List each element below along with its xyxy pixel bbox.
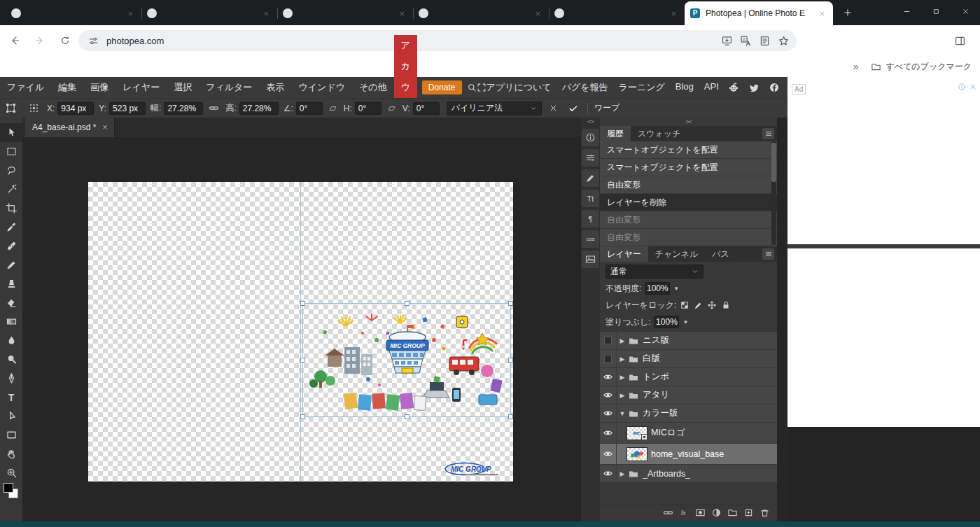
history-scrollbar[interactable] bbox=[771, 141, 776, 245]
side-panel-icon[interactable] bbox=[949, 30, 970, 51]
lock-all-icon[interactable] bbox=[721, 300, 731, 310]
menu-link-2[interactable]: バグを報告 bbox=[562, 81, 608, 94]
browser-tab-1[interactable] bbox=[6, 1, 141, 25]
layer-row-group[interactable]: ▶_Artboards_ bbox=[600, 465, 777, 482]
transform-skew-v-input[interactable]: 0° bbox=[413, 102, 440, 115]
transform-height-input[interactable]: 27.28% bbox=[239, 102, 279, 115]
lock-position-icon[interactable] bbox=[707, 300, 717, 310]
warp-button[interactable]: ワープ bbox=[594, 102, 620, 114]
visibility-checkbox[interactable] bbox=[600, 350, 617, 367]
group-new-layers-icon[interactable] bbox=[727, 507, 738, 518]
tool-brush[interactable] bbox=[0, 255, 22, 274]
delete-layers-icon[interactable] bbox=[760, 507, 770, 518]
ad-close-icon[interactable] bbox=[969, 83, 977, 91]
visibility-eye-icon[interactable] bbox=[600, 405, 617, 422]
menu-item-6[interactable]: フィルター bbox=[199, 77, 259, 98]
site-settings-icon[interactable] bbox=[85, 33, 101, 48]
close-window-button[interactable] bbox=[951, 0, 980, 23]
document-tab[interactable]: A4_base-ai.psd * × bbox=[25, 118, 115, 137]
visibility-eye-icon[interactable] bbox=[600, 368, 617, 386]
visibility-eye-icon[interactable] bbox=[600, 444, 617, 464]
history-menu-icon[interactable] bbox=[762, 128, 774, 139]
menu-link-1[interactable]: アプリについて bbox=[486, 81, 552, 94]
history-item[interactable]: スマートオブジェクトを配置 bbox=[600, 141, 777, 158]
donate-button[interactable]: Donate bbox=[422, 80, 462, 94]
layer-row-group[interactable]: ▶アタリ bbox=[600, 386, 777, 404]
lock-pixels-icon[interactable] bbox=[694, 301, 703, 310]
menu-item-3[interactable]: 画像 bbox=[83, 77, 115, 98]
bookmarks-overflow-chevron[interactable]: » bbox=[853, 61, 859, 72]
panel-icon-glyphs[interactable]: Tt bbox=[582, 190, 599, 207]
tool-zoom[interactable] bbox=[0, 463, 22, 482]
opacity-slider-icon[interactable]: ▼ bbox=[673, 286, 679, 292]
tab-close-icon[interactable] bbox=[816, 8, 827, 19]
panel-icon-paragraph[interactable]: ¶ bbox=[582, 210, 599, 227]
browser-tab-5[interactable] bbox=[549, 1, 685, 25]
transform-handle-w[interactable] bbox=[300, 358, 305, 363]
layer-row-group[interactable]: ▼カラー版 bbox=[600, 405, 777, 422]
transform-handle-sw[interactable] bbox=[300, 414, 305, 419]
transform-x-input[interactable]: 934 px bbox=[57, 102, 94, 115]
foreground-color-swatch[interactable] bbox=[4, 483, 13, 493]
tool-magic-wand[interactable] bbox=[0, 180, 22, 199]
menu-item-9[interactable]: その他 bbox=[352, 77, 394, 98]
panels-divider-handle[interactable]: >< bbox=[600, 118, 777, 126]
tab-close-icon[interactable] bbox=[668, 8, 679, 19]
transform-y-input[interactable]: 523 px bbox=[109, 102, 146, 115]
link-dimensions-icon[interactable] bbox=[206, 103, 220, 113]
menu-item-7[interactable]: 表示 bbox=[259, 77, 291, 98]
commit-transform-icon[interactable] bbox=[566, 101, 581, 116]
history-item[interactable]: 自由変形 bbox=[600, 211, 777, 228]
layer-row-smart[interactable]: MICMICロゴ bbox=[600, 423, 777, 443]
tab-history-1[interactable]: 履歴 bbox=[600, 126, 631, 141]
visibility-eye-icon[interactable] bbox=[600, 465, 617, 482]
mask-layers-icon[interactable] bbox=[695, 507, 706, 518]
menu-link-5[interactable]: API bbox=[704, 81, 719, 94]
expand-arrow-icon[interactable]: ▼ bbox=[617, 410, 628, 417]
blend-mode-select[interactable]: 通常 bbox=[606, 265, 704, 279]
canvas-viewport[interactable]: MIC GROUP bbox=[22, 137, 581, 521]
menu-item-1[interactable]: ファイル bbox=[0, 77, 51, 98]
transform-handle-n[interactable] bbox=[405, 301, 410, 306]
tool-clone-stamp[interactable] bbox=[0, 274, 22, 293]
reading-list-icon[interactable] bbox=[759, 35, 771, 47]
tool-lasso[interactable] bbox=[0, 161, 22, 180]
panel-icon-brush-settings[interactable] bbox=[582, 169, 599, 187]
link-layers-icon[interactable] bbox=[663, 507, 673, 518]
expand-arrow-icon[interactable]: ▶ bbox=[617, 392, 628, 399]
browser-tab-active[interactable]: PPhotopea | Online Photo E bbox=[685, 1, 833, 25]
menu-link-4[interactable]: Blog bbox=[676, 81, 694, 94]
tool-blur[interactable] bbox=[0, 331, 22, 350]
tab-close-icon[interactable] bbox=[125, 8, 136, 19]
transform-angle-input[interactable]: 0° bbox=[296, 102, 323, 115]
reference-point-widget[interactable] bbox=[25, 99, 42, 118]
free-transform-icon[interactable] bbox=[0, 99, 22, 118]
transform-skew-h-input[interactable]: 0° bbox=[355, 102, 382, 115]
layer-row-group[interactable]: ▶白版 bbox=[600, 350, 777, 367]
browser-tab-3[interactable] bbox=[277, 1, 413, 25]
layer-row-pixel[interactable]: home_visual_base bbox=[600, 444, 777, 464]
menu-item-4[interactable]: レイヤー bbox=[115, 77, 167, 98]
twitter-icon[interactable] bbox=[748, 82, 760, 93]
tab-layers-1[interactable]: レイヤー bbox=[600, 246, 648, 262]
menu-item-2[interactable]: 編集 bbox=[51, 77, 83, 98]
install-app-icon[interactable] bbox=[721, 35, 733, 47]
history-item[interactable]: 自由変形 bbox=[600, 229, 777, 246]
reddit-icon[interactable] bbox=[728, 82, 739, 93]
facebook-icon[interactable] bbox=[769, 82, 780, 93]
transform-handle-nw[interactable] bbox=[300, 301, 305, 306]
expand-arrow-icon[interactable]: ▶ bbox=[617, 356, 628, 363]
expand-arrow-icon[interactable]: ▶ bbox=[617, 470, 628, 477]
transform-width-input[interactable]: 27.28% bbox=[164, 102, 203, 115]
history-scrollbar-thumb[interactable] bbox=[771, 143, 776, 182]
minimize-button[interactable] bbox=[892, 0, 921, 23]
menu-item-5[interactable]: 選択 bbox=[167, 77, 199, 98]
history-item[interactable]: レイヤーを削除 bbox=[600, 194, 777, 211]
reload-button[interactable] bbox=[55, 30, 76, 51]
tool-marquee[interactable] bbox=[0, 142, 22, 161]
tool-dodge[interactable] bbox=[0, 350, 22, 369]
tab-layers-3[interactable]: パス bbox=[705, 246, 736, 262]
history-item[interactable]: スマートオブジェクトを配置 bbox=[600, 159, 777, 176]
tab-close-icon[interactable] bbox=[260, 8, 272, 19]
tool-shape[interactable] bbox=[0, 426, 22, 444]
